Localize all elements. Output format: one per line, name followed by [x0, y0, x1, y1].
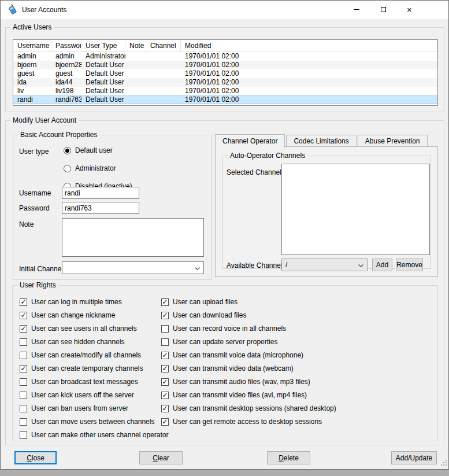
checkbox-user-can-transmit-video-data-webcam[interactable]: ✓User can transmit video data (webcam)	[161, 364, 336, 373]
radio-icon	[64, 147, 71, 154]
column-header-modified[interactable]: Modified	[181, 40, 437, 51]
checkbox-user-can-make-other-users-channel-operator[interactable]: User can make other users channel operat…	[20, 430, 168, 440]
table-cell: 1970/01/01 02:00	[181, 69, 437, 78]
table-cell: admin	[51, 52, 81, 61]
table-cell: guest	[51, 69, 81, 78]
minimize-icon	[354, 9, 359, 10]
checkbox-user-can-download-files[interactable]: ✓User can download files	[161, 311, 336, 320]
resize-grip[interactable]	[441, 459, 447, 467]
checkbox-user-can-broadcast-text-messages[interactable]: User can broadcast text messages	[20, 377, 168, 386]
delete-button[interactable]: Delete	[267, 451, 310, 464]
table-row-bjoern[interactable]: bjoernbjoern286Default User1970/01/01 02…	[13, 61, 437, 69]
checkbox-icon: ✓	[20, 365, 27, 372]
user-rights-right-column: ✓User can upload files✓User can download…	[161, 297, 336, 426]
column-header-label: Password	[55, 42, 81, 50]
add-button[interactable]: Add	[372, 259, 392, 271]
table-cell: ida44	[51, 78, 81, 87]
table-cell: Default User	[81, 78, 125, 87]
checkbox-label: User can move users between channels	[31, 418, 154, 426]
radio-administrator[interactable]: Administrator	[64, 164, 132, 173]
basic-account-properties-group: Basic Account Properties User type Defau…	[13, 135, 212, 280]
tab-codec-limitations[interactable]: Codec Limitations	[286, 135, 356, 147]
checkbox-icon	[20, 378, 27, 386]
column-header-channel[interactable]: Channel	[146, 40, 181, 51]
maximize-button[interactable]	[370, 1, 396, 19]
clear-button[interactable]: Clear	[139, 451, 183, 464]
checkbox-user-can-transmit-audio-files-wav-mp3-files[interactable]: ✓User can transmit audio files (wav, mp3…	[161, 377, 336, 386]
titlebar[interactable]: User Accounts ×	[1, 1, 448, 19]
table-cell: Default User	[81, 95, 125, 104]
checkbox-user-can-transmit-video-files-avi-mp4-files[interactable]: ✓User can transmit video files (avi, mp4…	[161, 390, 336, 400]
username-field[interactable]	[62, 187, 139, 199]
checkbox-user-can-update-server-properties[interactable]: User can update server properties	[161, 337, 336, 346]
checkbox-label: User can see users in all channels	[31, 324, 137, 333]
checkbox-label: User can kick users off the server	[31, 391, 134, 399]
users-table-body: adminadminAdministrator1970/01/01 02:00b…	[13, 52, 437, 104]
tab-abuse-prevention[interactable]: Abuse Prevention	[358, 135, 428, 147]
checkbox-user-can-transmit-desktop-sessions-shared-desktop[interactable]: ✓User can transmit desktop sessions (sha…	[161, 404, 336, 413]
note-field[interactable]	[62, 218, 204, 257]
close-window-button[interactable]: ×	[396, 1, 422, 19]
active-users-group: Active Users UsernamePasswordUser TypeNo…	[5, 27, 444, 112]
checkbox-user-can-kick-users-off-the-server[interactable]: User can kick users off the server	[20, 390, 168, 400]
column-header-note[interactable]: Note	[125, 40, 146, 51]
checkbox-icon	[161, 325, 169, 333]
minimize-button[interactable]	[343, 1, 370, 19]
table-row-ida[interactable]: idaida44Default User1970/01/01 02:00	[13, 78, 437, 87]
checkbox-icon: ✓	[161, 365, 169, 372]
checkbox-user-can-record-voice-in-all-channels[interactable]: User can record voice in all channels	[161, 324, 336, 333]
radio-label: Default user	[75, 146, 113, 154]
column-header-label: User Type	[86, 42, 117, 50]
checkbox-user-can-log-in-multiple-times[interactable]: ✓User can log in multiple times	[20, 297, 168, 307]
checkbox-user-can-create-modify-all-channels[interactable]: User can create/modify all channels	[20, 350, 168, 360]
user-accounts-window: User Accounts × Active Users UsernamePas…	[0, 0, 449, 470]
checkbox-icon: ✓	[161, 312, 169, 319]
password-field[interactable]	[62, 202, 139, 214]
table-row-liv[interactable]: livliv198Default User1970/01/01 02:00	[13, 87, 437, 95]
column-header-user-type[interactable]: User Type	[81, 40, 125, 51]
initial-channel-combobox[interactable]	[62, 261, 204, 274]
column-header-username[interactable]: Username	[13, 40, 51, 51]
checkbox-user-can-transmit-voice-data-microphone[interactable]: ✓User can transmit voice data (microphon…	[161, 350, 336, 360]
checkbox-icon: ✓	[161, 298, 169, 306]
close-button[interactable]: Close	[14, 451, 57, 464]
checkbox-user-can-see-users-in-all-channels[interactable]: ✓User can see users in all channels	[20, 324, 168, 333]
table-row-randi[interactable]: randirandi763Default User1970/01/01 02:0…	[13, 95, 437, 104]
window-title: User Accounts	[22, 6, 66, 14]
checkbox-user-can-change-nickname[interactable]: ✓User can change nickname	[20, 311, 168, 320]
checkbox-icon	[20, 418, 27, 426]
table-row-admin[interactable]: adminadminAdministrator1970/01/01 02:00	[13, 52, 437, 61]
table-cell: 1970/01/01 02:00	[181, 87, 437, 95]
selected-channels-listbox[interactable]	[281, 164, 430, 255]
chevron-down-icon	[358, 261, 363, 269]
column-header-password[interactable]: Password	[51, 40, 81, 51]
checkbox-icon: ✓	[161, 352, 169, 359]
table-cell	[146, 61, 181, 69]
add-update-button[interactable]: Add/Update	[391, 451, 437, 464]
remove-button[interactable]: Remove	[396, 259, 423, 271]
walkie-talkie-icon	[7, 4, 18, 15]
table-cell: 1970/01/01 02:00	[181, 52, 437, 61]
table-row-guest[interactable]: guestguestDefault User1970/01/01 02:00	[13, 69, 437, 78]
users-table[interactable]: UsernamePasswordUser TypeNoteChannelModi…	[13, 39, 438, 106]
table-cell	[125, 78, 146, 87]
checkbox-label: User can ban users from server	[31, 404, 128, 412]
note-label: Note	[19, 220, 34, 228]
column-header-label: Modified	[185, 42, 211, 50]
checkbox-label: User can transmit video data (webcam)	[173, 364, 294, 372]
checkbox-icon: ✓	[161, 418, 169, 426]
initial-channel-label: Initial Channel	[19, 265, 63, 273]
radio-default-user[interactable]: Default user	[64, 146, 132, 155]
checkbox-label: User can see hidden channels	[31, 338, 124, 346]
tab-channel-operator[interactable]: Channel Operator	[215, 134, 285, 147]
checkbox-user-can-upload-files[interactable]: ✓User can upload files	[161, 297, 336, 307]
checkbox-user-can-ban-users-from-server[interactable]: User can ban users from server	[20, 404, 168, 413]
table-cell: bjoern	[13, 61, 51, 69]
available-channels-combobox[interactable]: /	[281, 259, 368, 271]
checkbox-user-can-get-remote-access-to-desktop-sessions[interactable]: ✓User can get remote access to desktop s…	[161, 417, 336, 426]
checkbox-user-can-create-temporary-channels[interactable]: ✓User can create temporary channels	[20, 364, 168, 373]
checkbox-user-can-see-hidden-channels[interactable]: User can see hidden channels	[20, 337, 168, 346]
checkbox-user-can-move-users-between-channels[interactable]: User can move users between channels	[20, 417, 168, 426]
checkbox-icon	[20, 392, 27, 399]
table-cell: 1970/01/01 02:00	[181, 95, 437, 104]
